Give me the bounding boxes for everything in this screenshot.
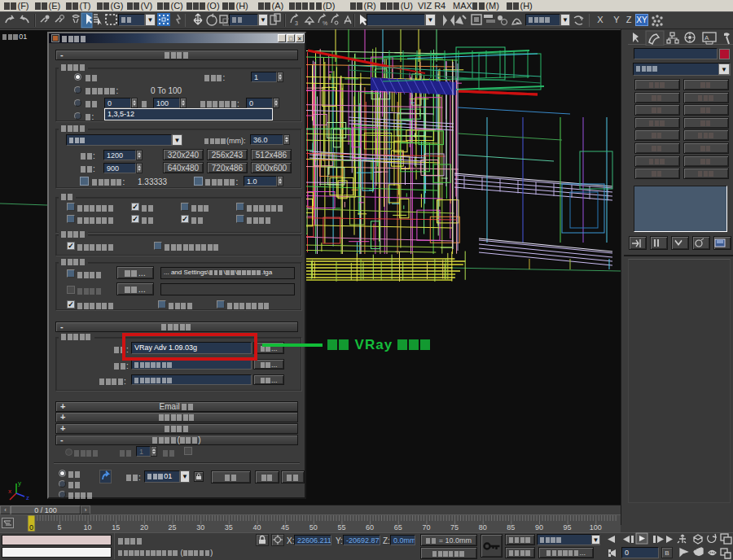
svg-text:55: 55 [337, 523, 345, 532]
svg-text:65: 65 [394, 523, 402, 532]
svg-text:30: 30 [196, 523, 204, 532]
svg-text:25: 25 [169, 523, 177, 532]
svg-text:85: 85 [507, 523, 515, 532]
svg-text:3: 3 [295, 20, 298, 26]
svg-text:5: 5 [57, 523, 61, 532]
svg-text:50: 50 [309, 523, 318, 532]
svg-text:35: 35 [225, 523, 233, 532]
svg-text:80: 80 [479, 523, 487, 532]
svg-text:90: 90 [535, 523, 543, 532]
svg-text:40: 40 [252, 523, 261, 532]
svg-text:100: 100 [590, 523, 602, 532]
svg-text:15: 15 [112, 523, 120, 532]
svg-text:60: 60 [366, 523, 374, 532]
svg-text:%: % [323, 20, 327, 26]
svg-text:95: 95 [564, 523, 572, 532]
svg-text:10: 10 [84, 523, 92, 532]
svg-text:45: 45 [281, 523, 289, 532]
svg-text:0: 0 [29, 523, 33, 532]
svg-text:70: 70 [422, 523, 430, 532]
svg-text:75: 75 [450, 523, 459, 532]
svg-text:20: 20 [140, 523, 148, 532]
svg-text:A: A [704, 34, 709, 42]
